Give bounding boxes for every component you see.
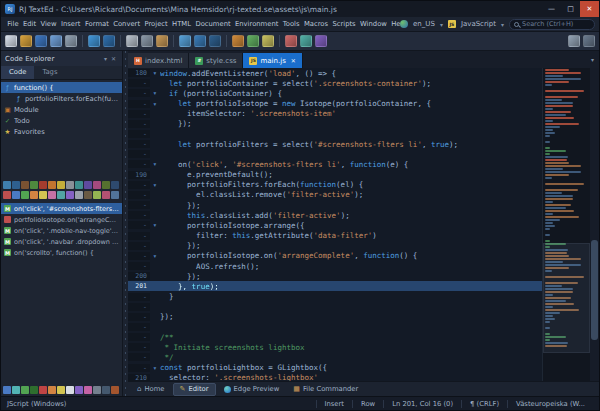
code-line[interactable]: 180window.addEventListener('load', () =>… (128, 68, 542, 78)
result-item-1[interactable]: portfolioIsotope.on('arrangeComplete', f (1, 214, 122, 225)
code-line[interactable]: - }); (128, 119, 542, 129)
code-line[interactable]: - * Initiate screenshots lightbox (128, 342, 542, 352)
palette-swatch-12[interactable] (111, 386, 119, 394)
goto-line-icon[interactable] (247, 35, 259, 47)
code-line[interactable]: - portfolioIsotope.on('arrangeComplete',… (128, 251, 542, 261)
palette-swatch-1[interactable] (12, 386, 20, 394)
syntax-selector[interactable]: JavaScript (461, 20, 496, 28)
palette-swatch-9[interactable] (84, 181, 92, 189)
menu-document[interactable]: Document (193, 20, 233, 28)
palette-swatch-4[interactable] (39, 191, 47, 199)
code-line[interactable]: - itemSelector: '.screenshots-item' (128, 109, 542, 119)
palette-swatch-5[interactable] (48, 181, 56, 189)
redo-icon[interactable] (103, 35, 115, 47)
save-icon[interactable] (35, 35, 47, 47)
tree-item-module[interactable]: ▣Module (1, 104, 122, 115)
fold-marker-icon[interactable] (150, 101, 160, 107)
palette-swatch-6[interactable] (57, 191, 65, 199)
result-item-4[interactable]: Mon('scrollto', function() { (1, 247, 122, 258)
palette-swatch-3[interactable] (30, 191, 38, 199)
close-tab-icon[interactable] (289, 57, 296, 65)
palette-swatch-10[interactable] (93, 386, 101, 394)
bookmark-icon[interactable] (232, 35, 244, 47)
menu-edit[interactable]: Edit (21, 20, 39, 28)
menu-convert[interactable]: Convert (111, 20, 142, 28)
palette-swatch-7[interactable] (66, 181, 74, 189)
print-icon[interactable] (65, 35, 77, 47)
search-input[interactable] (522, 20, 590, 28)
minimap[interactable] (542, 68, 590, 381)
code-line[interactable]: - this.classList.add('filter-active'); (128, 210, 542, 220)
palette-swatch-5[interactable] (48, 191, 56, 199)
palette-swatch-12[interactable] (111, 191, 119, 199)
menu-window[interactable]: Window (358, 20, 389, 28)
code-area[interactable]: 180window.addEventListener('load', () =>… (128, 68, 542, 381)
panel-menu-icon[interactable]: ▾ (102, 55, 109, 62)
fold-marker-icon[interactable] (150, 182, 160, 188)
scrollbar-thumb[interactable] (591, 240, 598, 340)
code-line[interactable]: -/** (128, 332, 542, 342)
code-line[interactable]: 210 selector: '.screenshots-lightbox' (128, 373, 542, 381)
sync-icon[interactable] (300, 35, 312, 47)
find-icon[interactable] (179, 35, 191, 47)
menu-view[interactable]: View (38, 20, 59, 28)
tab-style-css[interactable]: style.css (189, 53, 243, 68)
code-browser-icon[interactable] (315, 35, 327, 47)
palette-swatch-10[interactable] (93, 191, 101, 199)
menu-help[interactable]: Help (389, 20, 400, 28)
status-encoding[interactable]: Västeuropeiska (W... (507, 400, 593, 408)
status-line-ending[interactable]: ¶ (CRLF) (461, 400, 507, 408)
menu-html[interactable]: HTML (170, 20, 193, 28)
code-line[interactable]: - let portfolioFilters = select('#screen… (128, 139, 542, 149)
menu-environment[interactable]: Environment (233, 20, 281, 28)
palette-swatch-9[interactable] (84, 386, 92, 394)
palette-swatch-8[interactable] (75, 181, 83, 189)
split-view-icon[interactable] (568, 35, 580, 47)
code-line[interactable]: - }); (128, 200, 542, 210)
replace-icon[interactable] (194, 35, 206, 47)
panel-tab-tags[interactable]: Tags (34, 66, 65, 79)
close-button-icon[interactable]: ✕ (580, 1, 599, 17)
menu-insert[interactable]: Insert (59, 20, 83, 28)
code-line[interactable]: - (128, 129, 542, 139)
code-line[interactable]: - (128, 149, 542, 159)
new-file-icon[interactable] (5, 35, 17, 47)
palette-swatch-11[interactable] (102, 386, 110, 394)
paste-icon[interactable] (156, 35, 168, 47)
view-home[interactable]: Home (131, 383, 171, 396)
palette-swatch-8[interactable] (75, 386, 83, 394)
palette-swatch-3[interactable] (30, 386, 38, 394)
menu-macros[interactable]: Macros (302, 20, 331, 28)
tab-main-js[interactable]: main.js (243, 53, 302, 68)
palette-swatch-9[interactable] (84, 191, 92, 199)
code-line[interactable]: 200 }); (128, 271, 542, 281)
open-folder-icon[interactable] (20, 35, 32, 47)
status-insert-mode[interactable]: Insert (316, 400, 353, 408)
palette-swatch-12[interactable] (111, 181, 119, 189)
palette-swatch-0[interactable] (3, 181, 11, 189)
tree-item-todo[interactable]: ✓Todo (1, 115, 122, 126)
fold-marker-icon[interactable] (150, 222, 160, 228)
tab-list-button[interactable]: ▾ (586, 56, 599, 63)
palette-swatch-4[interactable] (39, 181, 47, 189)
palette-swatch-7[interactable] (66, 386, 74, 394)
status-selection-mode[interactable]: Row (352, 400, 383, 408)
code-line[interactable]: - el.classList.remove('filter-active'); (128, 190, 542, 200)
fold-marker-icon[interactable] (150, 365, 160, 371)
result-item-0[interactable]: Mon('click', '#screenshots-flters li', f… (1, 203, 122, 214)
code-line[interactable]: - filter: this.getAttribute('data-filter… (128, 231, 542, 241)
fold-marker-icon[interactable] (150, 253, 160, 259)
menu-file[interactable]: File (5, 20, 21, 28)
palette-swatch-6[interactable] (57, 181, 65, 189)
palette-swatch-8[interactable] (75, 191, 83, 199)
spell-check-icon[interactable] (285, 35, 297, 47)
view-file-commander[interactable]: File Commander (287, 383, 364, 396)
code-line[interactable]: - if (portfolioContainer) { (128, 88, 542, 98)
menu-project[interactable]: Project (142, 20, 170, 28)
undo-icon[interactable] (88, 35, 100, 47)
status-cursor-position[interactable]: Ln 201, Col 16 (0) (383, 400, 461, 408)
fullscreen-icon[interactable] (583, 35, 595, 47)
palette-swatch-2[interactable] (21, 181, 29, 189)
menu-tools[interactable]: Tools (281, 20, 302, 28)
menu-format[interactable]: Format (83, 20, 111, 28)
